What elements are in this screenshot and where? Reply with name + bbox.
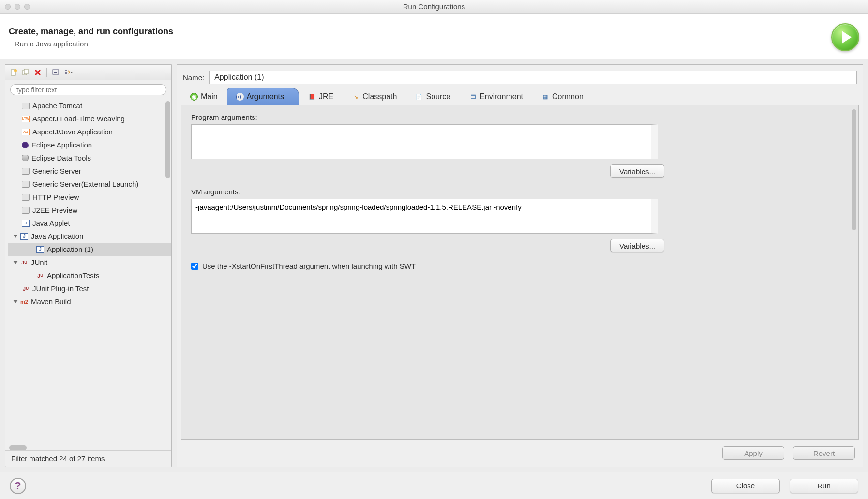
disclosure-icon[interactable] — [13, 300, 18, 303]
filter-icon[interactable]: ▾ — [62, 67, 73, 78]
titlebar: Run Configurations — [0, 0, 868, 14]
program-args-label: Program arguments: — [191, 113, 849, 121]
tree-item-label: Java Applet — [32, 219, 70, 227]
tab-environment[interactable]: 🗔Environment — [460, 88, 532, 105]
tree-item[interactable]: Generic Server(External Launch) — [8, 177, 171, 191]
content-panel: Name: ◉Main(x)=Arguments📕JRE↘Classpath📄S… — [177, 64, 863, 467]
tab-classpath[interactable]: ↘Classpath — [343, 88, 406, 105]
tree-item-label: Eclipse Data Tools — [31, 154, 91, 162]
common-tab-icon: ▦ — [541, 93, 549, 101]
tree-item[interactable]: m2Maven Build — [8, 295, 171, 308]
disclosure-icon[interactable] — [13, 235, 18, 238]
tab-label: Environment — [479, 92, 523, 101]
vm-args-input[interactable] — [191, 199, 658, 234]
new-config-icon[interactable] — [8, 67, 19, 78]
window-title: Run Configurations — [403, 2, 465, 11]
duplicate-config-icon[interactable] — [20, 67, 31, 78]
tree-scrollbar-h[interactable] — [9, 445, 27, 450]
tree-item[interactable]: JUApplicationTests — [8, 269, 171, 282]
filter-status: Filter matched 24 of 27 items — [5, 450, 171, 467]
tree-item-label: Java Application — [31, 232, 83, 240]
close-button[interactable]: Close — [711, 479, 780, 493]
tree-item-label: ApplicationTests — [47, 271, 99, 279]
name-input[interactable] — [209, 71, 857, 84]
run-icon — [831, 23, 859, 51]
tree-item-label: Apache Tomcat — [32, 102, 82, 110]
tree-item-label: Generic Server(External Launch) — [32, 180, 138, 188]
content-scrollbar[interactable] — [852, 109, 856, 230]
jre-tab-icon: 📕 — [308, 93, 316, 101]
tree-item[interactable]: JApplication (1) — [8, 243, 171, 256]
tree-item-label: HTTP Preview — [32, 193, 79, 201]
tree-item-label: Generic Server — [32, 167, 81, 175]
tab-source[interactable]: 📄Source — [406, 88, 460, 105]
tab-label: Main — [201, 92, 218, 101]
program-args-input[interactable] — [191, 124, 658, 159]
sidebar: ▾ Apache TomcatLTWAspectJ Load-Time Weav… — [5, 64, 172, 467]
delete-config-icon[interactable] — [32, 67, 43, 78]
tree-item[interactable]: Eclipse Application — [8, 138, 171, 151]
tree-item[interactable]: JJava Application — [8, 230, 171, 243]
tree-item-label: AspectJ Load-Time Weaving — [32, 115, 125, 123]
disclosure-icon[interactable] — [13, 261, 18, 264]
program-args-variables-button[interactable]: Variables... — [610, 164, 664, 178]
tab-label: Arguments — [247, 92, 284, 101]
run-button[interactable]: Run — [790, 479, 858, 493]
tab-content-arguments: Program arguments: Variables... VM argum… — [181, 105, 859, 440]
vm-args-variables-button[interactable]: Variables... — [610, 239, 664, 252]
config-tree: Apache TomcatLTWAspectJ Load-Time Weavin… — [5, 99, 171, 443]
name-label: Name: — [183, 73, 204, 82]
tab-arguments[interactable]: (x)=Arguments — [227, 88, 299, 105]
source-tab-icon: 📄 — [415, 93, 423, 101]
tree-item-label: AspectJ/Java Application — [32, 128, 113, 136]
tree-item[interactable]: JUJUnit — [8, 256, 171, 269]
tree-item[interactable]: AJAspectJ/Java Application — [8, 125, 171, 138]
help-icon[interactable]: ? — [10, 478, 26, 494]
tab-label: Classpath — [362, 92, 397, 101]
tree-item[interactable]: HTTP Preview — [8, 191, 171, 204]
footer: ? Close Run — [0, 472, 868, 499]
tree-item-label: Application (1) — [47, 245, 93, 253]
swt-checkbox-label: Use the -XstartOnFirstThread argument wh… — [202, 262, 416, 270]
tree-item[interactable]: JUJUnit Plug-in Test — [8, 282, 171, 295]
main-tab-icon: ◉ — [190, 93, 198, 101]
filter-input[interactable] — [10, 84, 166, 95]
tab-bar: ◉Main(x)=Arguments📕JRE↘Classpath📄Source🗔… — [177, 88, 863, 105]
tab-label: JRE — [319, 92, 333, 101]
svg-rect-3 — [24, 69, 28, 74]
revert-button[interactable]: Revert — [793, 446, 855, 460]
collapse-all-icon[interactable] — [50, 67, 61, 78]
header-title: Create, manage, and run configurations — [9, 27, 173, 37]
classpath-tab-icon: ↘ — [352, 93, 359, 101]
tab-jre[interactable]: 📕JRE — [299, 88, 343, 105]
tree-item[interactable]: LTWAspectJ Load-Time Weaving — [8, 112, 171, 125]
vm-args-label: VM arguments: — [191, 188, 849, 196]
tree-item[interactable]: Apache Tomcat — [8, 99, 171, 112]
tree-item[interactable]: Eclipse Data Tools — [8, 151, 171, 164]
arguments-tab-icon: (x)= — [236, 93, 244, 101]
tree-item-label: J2EE Preview — [32, 206, 77, 214]
tab-main[interactable]: ◉Main — [181, 88, 227, 105]
tree-scrollbar[interactable] — [165, 101, 170, 178]
minimize-window-icon[interactable] — [15, 4, 20, 10]
tree-item-label: JUnit Plug-in Test — [32, 284, 89, 293]
svg-point-1 — [14, 69, 17, 72]
tab-common[interactable]: ▦Common — [532, 88, 593, 105]
tab-label: Common — [552, 92, 584, 101]
tree-item[interactable]: J2EE Preview — [8, 204, 171, 217]
tree-item-label: JUnit — [31, 258, 47, 266]
swt-checkbox[interactable] — [191, 263, 198, 270]
tree-item-label: Maven Build — [31, 297, 71, 306]
sidebar-toolbar: ▾ — [5, 65, 171, 80]
environment-tab-icon: 🗔 — [469, 93, 477, 101]
zoom-window-icon[interactable] — [24, 4, 30, 10]
header-subtitle: Run a Java application — [9, 40, 173, 48]
close-window-icon[interactable] — [5, 4, 11, 10]
tab-label: Source — [426, 92, 450, 101]
tree-item-label: Eclipse Application — [31, 141, 92, 149]
apply-button[interactable]: Apply — [722, 446, 784, 460]
tree-item[interactable]: JJava Applet — [8, 217, 171, 230]
dialog-header: Create, manage, and run configurations R… — [0, 14, 868, 59]
tree-item[interactable]: Generic Server — [8, 164, 171, 177]
